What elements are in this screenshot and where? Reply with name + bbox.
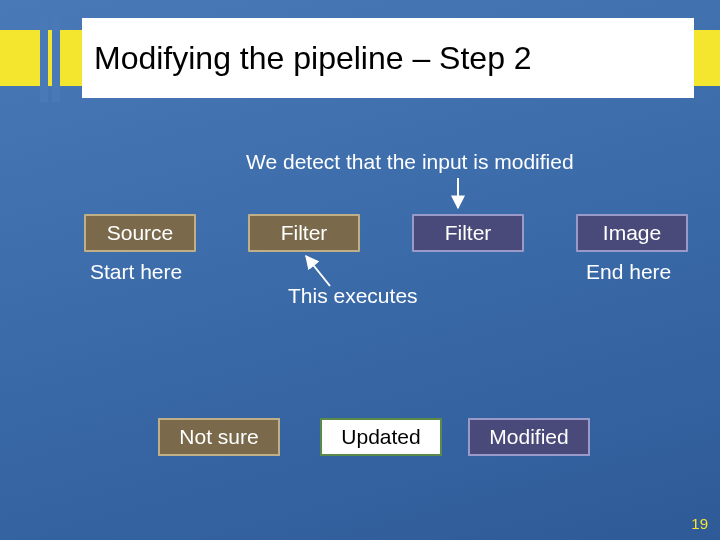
box-filter-2: Filter (412, 214, 524, 252)
title-accent-bars (40, 14, 64, 102)
label-end-here: End here (586, 260, 671, 284)
svg-line-1 (306, 256, 330, 286)
box-source: Source (84, 214, 196, 252)
slide-title: Modifying the pipeline – Step 2 (82, 18, 694, 98)
box-filter-1: Filter (248, 214, 360, 252)
label-this-executes: This executes (288, 284, 418, 308)
label-start-here: Start here (90, 260, 182, 284)
subtitle-text: We detect that the input is modified (246, 150, 574, 174)
legend-not-sure: Not sure (158, 418, 280, 456)
page-number: 19 (691, 515, 708, 532)
legend-updated: Updated (320, 418, 442, 456)
box-image: Image (576, 214, 688, 252)
legend-modified: Modified (468, 418, 590, 456)
